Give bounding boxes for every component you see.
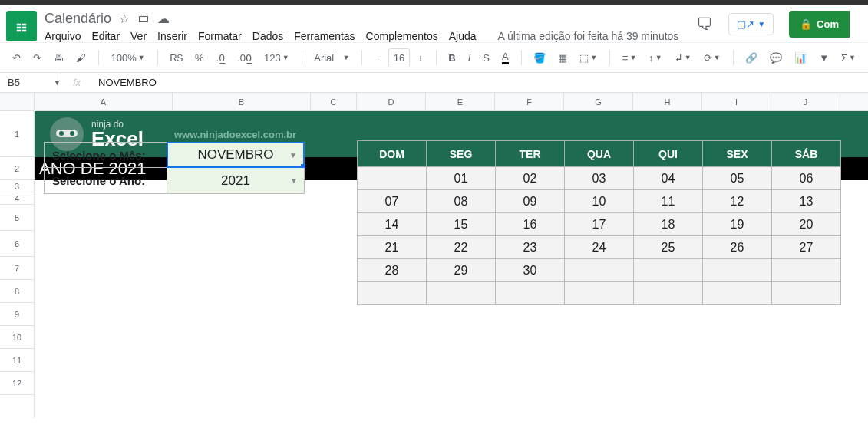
zoom-select[interactable]: 100% ▼: [107, 49, 150, 67]
col-header[interactable]: F: [495, 93, 564, 110]
menu-dados[interactable]: Dados: [252, 30, 283, 42]
col-header[interactable]: H: [633, 93, 702, 110]
cal-cell[interactable]: 26: [703, 236, 772, 259]
cal-cell[interactable]: 11: [634, 190, 703, 213]
col-header[interactable]: I: [702, 93, 771, 110]
cal-cell[interactable]: 18: [634, 213, 703, 236]
chart-button[interactable]: 📊: [790, 49, 811, 67]
cal-cell[interactable]: 24: [565, 236, 634, 259]
strike-button[interactable]: S: [478, 49, 494, 67]
cal-cell[interactable]: [703, 282, 772, 305]
last-edit-status[interactable]: A última edição foi feita há 39 minutos: [498, 30, 679, 42]
col-header[interactable]: A: [35, 93, 173, 110]
link-button[interactable]: 🔗: [741, 49, 762, 67]
cal-cell[interactable]: 27: [772, 236, 841, 259]
menu-editar[interactable]: Editar: [91, 30, 120, 42]
move-icon[interactable]: 🗀: [137, 12, 150, 26]
doc-title[interactable]: Calendário: [45, 11, 111, 27]
cal-cell[interactable]: 07: [358, 190, 427, 213]
cal-cell[interactable]: [703, 259, 772, 282]
menu-arquivo[interactable]: Arquivo: [45, 30, 81, 42]
row-header[interactable]: 2: [0, 157, 34, 180]
cal-cell[interactable]: 12: [703, 190, 772, 213]
star-icon[interactable]: ☆: [119, 12, 130, 26]
merge-button[interactable]: ⬚ ▼: [575, 49, 602, 67]
cal-cell[interactable]: 10: [565, 190, 634, 213]
redo-button[interactable]: ↷: [28, 49, 46, 67]
cal-cell[interactable]: 21: [358, 236, 427, 259]
cal-cell[interactable]: 17: [565, 213, 634, 236]
menu-ajuda[interactable]: Ajuda: [449, 30, 477, 42]
text-color-button[interactable]: A: [497, 48, 513, 67]
increase-decimal-button[interactable]: .00̲: [233, 49, 256, 67]
row-header[interactable]: 5: [0, 205, 34, 231]
cal-cell[interactable]: [565, 282, 634, 305]
dropdown-icon[interactable]: ▼: [290, 176, 298, 185]
font-select[interactable]: Arial ▼: [309, 49, 354, 67]
cal-cell[interactable]: [634, 282, 703, 305]
cal-cell[interactable]: 03: [565, 167, 634, 190]
font-size-input[interactable]: 16: [388, 48, 410, 67]
paint-format-button[interactable]: 🖌: [71, 49, 91, 67]
cal-cell[interactable]: 08: [427, 190, 496, 213]
menu-ver[interactable]: Ver: [130, 30, 147, 42]
cloud-icon[interactable]: ☁: [157, 12, 170, 26]
cal-cell[interactable]: [496, 282, 565, 305]
cal-cell[interactable]: [565, 259, 634, 282]
col-header[interactable]: C: [311, 93, 357, 110]
font-size-increase[interactable]: +: [413, 49, 428, 67]
cal-cell[interactable]: [427, 282, 496, 305]
row-header[interactable]: 11: [0, 349, 34, 372]
cal-cell[interactable]: 25: [634, 236, 703, 259]
row-header[interactable]: 9: [0, 303, 34, 326]
cal-cell[interactable]: 14: [358, 213, 427, 236]
print-button[interactable]: 🖶: [49, 49, 68, 67]
cal-cell[interactable]: 16: [496, 213, 565, 236]
cal-cell[interactable]: [358, 167, 427, 190]
present-button[interactable]: ▢↗ ▼: [728, 13, 774, 35]
row-header[interactable]: 10: [0, 326, 34, 349]
cal-cell[interactable]: 29: [427, 259, 496, 282]
row-header[interactable]: 3: [0, 180, 34, 192]
cal-cell[interactable]: 15: [427, 213, 496, 236]
col-header[interactable]: B: [173, 93, 311, 110]
filter-button[interactable]: ▼: [814, 49, 833, 67]
row-header[interactable]: 6: [0, 231, 34, 257]
rotate-button[interactable]: ⟳ ▼: [699, 49, 725, 67]
menu-ferramentas[interactable]: Ferramentas: [294, 30, 355, 42]
menu-formatar[interactable]: Formatar: [198, 30, 242, 42]
italic-button[interactable]: I: [464, 49, 476, 67]
share-button[interactable]: 🔒 Com: [789, 11, 850, 38]
cal-cell[interactable]: [634, 259, 703, 282]
cal-cell[interactable]: 04: [634, 167, 703, 190]
borders-button[interactable]: ▦: [553, 49, 572, 67]
cal-cell[interactable]: 28: [358, 259, 427, 282]
col-header[interactable]: E: [426, 93, 495, 110]
cal-cell[interactable]: [772, 282, 841, 305]
name-box[interactable]: B5▼: [0, 73, 61, 92]
cal-cell[interactable]: [358, 282, 427, 305]
halign-button[interactable]: ≡ ▼: [618, 49, 642, 67]
bold-button[interactable]: B: [444, 49, 460, 67]
col-header[interactable]: D: [357, 93, 426, 110]
decrease-decimal-button[interactable]: .0̲: [212, 49, 230, 67]
formula-bar[interactable]: NOVEMBRO: [92, 77, 157, 88]
menu-inserir[interactable]: Inserir: [157, 30, 187, 42]
comment-button[interactable]: 💬: [765, 49, 787, 67]
font-size-decrease[interactable]: −: [370, 49, 385, 67]
cal-cell[interactable]: 05: [703, 167, 772, 190]
row-header[interactable]: 8: [0, 280, 34, 303]
cal-cell[interactable]: 22: [427, 236, 496, 259]
functions-button[interactable]: Σ ▼: [837, 49, 860, 67]
menu-complementos[interactable]: Complementos: [366, 30, 438, 42]
cal-cell[interactable]: 13: [772, 190, 841, 213]
dropdown-icon[interactable]: ▼: [289, 151, 297, 160]
row-header[interactable]: 1: [0, 111, 34, 157]
cal-cell[interactable]: 02: [496, 167, 565, 190]
row-header[interactable]: 12: [0, 372, 34, 395]
col-header[interactable]: G: [564, 93, 633, 110]
cal-cell[interactable]: 23: [496, 236, 565, 259]
cal-cell[interactable]: 19: [703, 213, 772, 236]
percent-button[interactable]: %: [190, 49, 209, 67]
cal-cell[interactable]: 06: [772, 167, 841, 190]
